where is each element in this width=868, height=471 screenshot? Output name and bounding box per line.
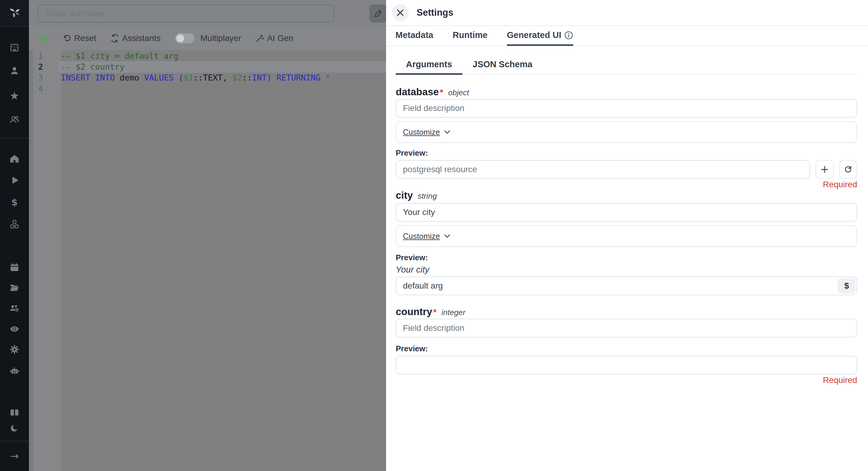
drawer-title: Settings [416, 7, 453, 18]
refresh-resources-button[interactable] [839, 160, 857, 179]
refresh-icon [844, 166, 852, 173]
settings-drawer: Settings Metadata Runtime Generated UI A… [386, 0, 868, 471]
required-note: Required [396, 179, 857, 190]
country-description-input[interactable] [396, 319, 857, 337]
variable-picker-button[interactable]: $ [838, 278, 855, 293]
database-preview-row [396, 160, 857, 179]
settings-tabs: Metadata Runtime Generated UI [386, 26, 868, 47]
dollar-icon: $ [844, 281, 849, 291]
info-icon[interactable] [564, 31, 573, 40]
tab-metadata[interactable]: Metadata [396, 26, 433, 46]
subtab-arguments[interactable]: Arguments [396, 56, 462, 75]
database-customize-box: Customize [396, 121, 857, 143]
database-description-input[interactable] [396, 99, 857, 118]
required-asterisk: * [433, 307, 437, 317]
drawer-header: Settings [386, 0, 868, 26]
add-resource-button[interactable] [815, 160, 834, 179]
city-description-input[interactable] [396, 203, 857, 222]
field-heading-database: database * object [396, 86, 857, 98]
city-default-input[interactable] [396, 276, 857, 295]
tab-runtime[interactable]: Runtime [453, 26, 488, 46]
customize-link[interactable]: Customize [403, 232, 440, 241]
preview-label: Preview: [396, 344, 857, 353]
city-default-wrap: $ [396, 276, 857, 295]
field-name: database [396, 86, 439, 98]
preview-label: Preview: [396, 148, 857, 158]
customize-link[interactable]: Customize [403, 127, 440, 137]
field-heading-country: country * integer [396, 306, 857, 318]
close-icon [396, 9, 404, 17]
required-asterisk: * [440, 87, 443, 97]
chevron-down-icon[interactable] [444, 130, 450, 134]
field-name: country [396, 306, 432, 318]
tab-generated-ui[interactable]: Generated UI [507, 26, 574, 46]
close-button[interactable] [392, 4, 409, 21]
city-preview-description: Your city [396, 265, 857, 275]
modal-backdrop[interactable] [0, 0, 386, 471]
field-type: integer [441, 308, 466, 317]
field-heading-city: city string [396, 190, 857, 201]
arguments-form: database * object Customize Preview: [396, 86, 857, 385]
preview-label: Preview: [396, 253, 857, 262]
country-preview-input[interactable] [396, 356, 857, 375]
field-type: object [448, 88, 469, 97]
field-name: city [396, 190, 413, 201]
database-preview-input[interactable] [396, 160, 810, 179]
generated-ui-subtabs: Arguments JSON Schema [396, 56, 857, 75]
city-customize-box: Customize [396, 225, 857, 247]
subtab-json-schema[interactable]: JSON Schema [462, 56, 542, 75]
chevron-down-icon[interactable] [444, 234, 450, 238]
required-note: Required [396, 375, 857, 385]
tab-generated-ui-label: Generated UI [507, 30, 561, 40]
plus-icon [821, 166, 829, 173]
field-type: string [418, 192, 437, 201]
